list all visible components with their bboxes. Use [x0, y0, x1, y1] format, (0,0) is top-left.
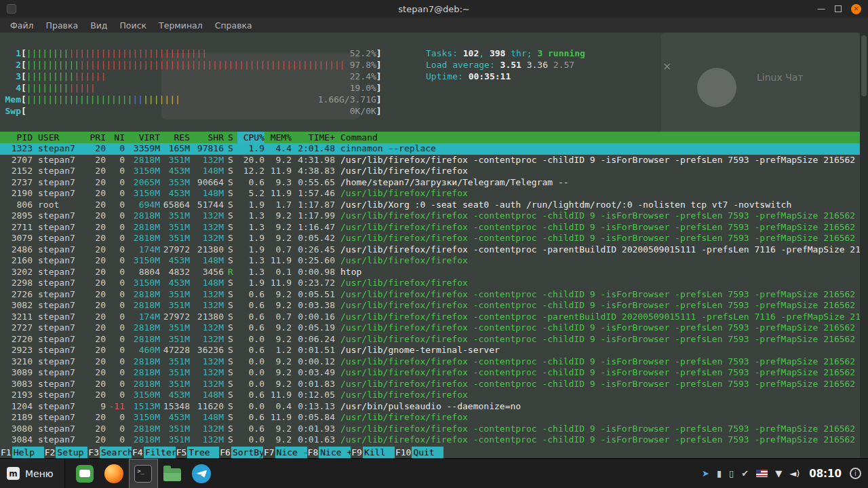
- htop-summary-line: Load average: 3.51 3.36 2.57: [426, 59, 585, 71]
- process-row-3079[interactable]: 3079stepan72002818M351M132MS1.99.20:05.4…: [0, 233, 860, 244]
- column-header-cpu[interactable]: CPU%: [237, 132, 264, 143]
- fkey-help[interactable]: F1Help: [0, 447, 44, 458]
- column-header-shr[interactable]: SHR: [190, 132, 224, 143]
- process-row-2707[interactable]: 2707stepan72002818M351M132MS20.09.24:31.…: [0, 155, 860, 166]
- process-row-3089[interactable]: 3089stepan72002818M351M132MS0.09.20:03.4…: [0, 367, 860, 379]
- files-launcher[interactable]: [158, 459, 187, 488]
- process-row-3080[interactable]: 3080stepan72002818M351M132MS0.69.20:01.9…: [0, 424, 860, 435]
- process-row-2152[interactable]: 2152stepan72003150M453M148MS12.211.94:38…: [0, 166, 860, 177]
- menubar-item-2[interactable]: Вид: [84, 20, 113, 31]
- fkey-nice[interactable]: F8Nice +: [307, 447, 351, 458]
- process-row-2711[interactable]: 2711stepan72002818M351M132MS1.39.21:16.4…: [0, 222, 860, 233]
- column-header-s[interactable]: S: [224, 132, 237, 143]
- network-icon[interactable]: ▼: [775, 469, 782, 478]
- htop-summary-line: Uptime: 00:35:11: [426, 71, 585, 82]
- column-header-user[interactable]: USER: [33, 132, 84, 143]
- process-row-2727[interactable]: 2727stepan72002818M351M132MS0.69.20:05.1…: [0, 322, 860, 334]
- fkey-filter[interactable]: F4Filter: [132, 447, 176, 458]
- process-row-3083[interactable]: 3083stepan72002818M351M132MS0.09.20:01.8…: [0, 379, 860, 390]
- chat-launcher[interactable]: [71, 459, 100, 488]
- process-row-3082[interactable]: 3082stepan72002818M351M132MS0.69.20:03.3…: [0, 300, 860, 312]
- column-header-res[interactable]: RES: [160, 132, 190, 143]
- menu-button[interactable]: Меню: [0, 459, 65, 488]
- notifications-icon[interactable]: i: [850, 468, 861, 479]
- meter-track: 0K/0K: [26, 105, 376, 117]
- process-row-1323[interactable]: 1323stepan72003359M165M97816S1.94.42:01.…: [0, 143, 860, 155]
- process-row-2189[interactable]: 2189stepan72003150M453M148MS0.611.90:05.…: [0, 412, 860, 424]
- keyboard-layout-flag[interactable]: [756, 470, 768, 477]
- menubar-item-5[interactable]: Справка: [209, 20, 258, 31]
- meter-bars: |||||||||||||||||||||||||||||: [26, 94, 180, 105]
- column-header-pri[interactable]: PRI: [84, 132, 106, 143]
- process-row-3210[interactable]: 3210stepan72002818M351M132MS0.09.20:00.1…: [0, 356, 860, 368]
- fkey-setup[interactable]: F2Setup: [44, 447, 88, 458]
- battery-icon[interactable]: ▮: [717, 469, 722, 478]
- window-controls: — ✕: [817, 0, 861, 18]
- scrollbar-thumb[interactable]: [861, 35, 867, 96]
- usb-icon[interactable]: ▯: [729, 469, 734, 478]
- terminal-launcher[interactable]: [129, 459, 158, 488]
- shield-check-icon[interactable]: ✔: [741, 469, 749, 478]
- meter-label: 1: [3, 48, 21, 59]
- meter-track: |||||||||||||||22.4%: [26, 71, 376, 82]
- process-row-2923[interactable]: 2923stepan7200460M4722836236S0.61.20:01.…: [0, 345, 860, 356]
- ghost-chat-title: Linux Чат: [757, 72, 804, 83]
- htop-meters: 1[||||||||||||||||||||||||||||||||||52.2…: [3, 48, 382, 117]
- window-title: stepan7@deb:~: [398, 4, 469, 14]
- fkey-tree[interactable]: F5Tree: [176, 447, 220, 458]
- telegram-launcher[interactable]: [187, 459, 216, 488]
- process-row-2737[interactable]: 2737stepan72002065M353M90664S0.69.30:55.…: [0, 177, 860, 189]
- process-row-2720[interactable]: 2720stepan72002818M351M132MS0.09.20:06.2…: [0, 334, 860, 345]
- taskbar-clock[interactable]: 08:10: [804, 468, 847, 480]
- close-button[interactable]: ✕: [851, 4, 861, 14]
- system-tray: ➤▮▯✔▼◄): [698, 469, 804, 478]
- function-key-bar: F1HelpF2SetupF3SearchF4FilterF5TreeF6Sor…: [0, 447, 860, 458]
- telegram-tray-icon[interactable]: ➤: [702, 469, 709, 478]
- process-row-2298[interactable]: 2298stepan72003150M453M148MS1.911.90:23.…: [0, 278, 860, 289]
- process-row-3211[interactable]: 3211stepan7200174M2797221380S0.60.70:00.…: [0, 312, 860, 323]
- process-row-2190[interactable]: 2190stepan72003150M453M148MS5.211.91:57.…: [0, 188, 860, 200]
- volume-icon[interactable]: ◄): [789, 469, 800, 478]
- minimize-button[interactable]: —: [817, 7, 825, 11]
- meter-label: 2: [3, 59, 21, 71]
- column-header-ni[interactable]: NI: [106, 132, 125, 143]
- process-row-2193[interactable]: 2193stepan72003150M453M148MS0.611.90:12.…: [0, 390, 860, 401]
- process-row-2486[interactable]: 2486stepan7200174M2797221380S1.90.70:26.…: [0, 244, 860, 256]
- fkey-quit[interactable]: F10Quit: [395, 447, 443, 458]
- terminal-scrollbar[interactable]: [860, 33, 868, 458]
- maximize-button[interactable]: [835, 5, 842, 12]
- meter-label: Mem: [3, 94, 21, 105]
- launcher-area: [71, 459, 216, 488]
- column-header-virt[interactable]: VIRT: [125, 132, 160, 143]
- process-table-body: 1323stepan72003359M165M97816S1.94.42:01.…: [0, 143, 860, 446]
- meter-bars: ||||||||||||||||||||||||||||||||||||||||…: [26, 59, 345, 71]
- meter-value: 52.2%: [350, 48, 376, 59]
- ghost-close-icon: ×: [663, 60, 671, 73]
- process-row-3202[interactable]: 3202stepan7200880448323456R1.30.10:00.98…: [0, 267, 860, 278]
- meter-label: 4: [3, 82, 21, 94]
- process-row-2726[interactable]: 2726stepan72002818M351M132MS0.69.20:05.5…: [0, 289, 860, 301]
- menubar-item-1[interactable]: Правка: [40, 20, 85, 31]
- fkey-kill[interactable]: F9Kill: [351, 447, 395, 458]
- column-header-command[interactable]: Command: [335, 132, 860, 143]
- menubar-item-0[interactable]: Файл: [4, 20, 40, 31]
- cpu-meter-2: 2[||||||||||||||||||||||||||||||||||||||…: [3, 59, 382, 71]
- fkey-sortby[interactable]: F6SortBy: [219, 447, 263, 458]
- fkey-search[interactable]: F3Search: [87, 447, 132, 458]
- fkey-nice[interactable]: F7Nice -: [263, 447, 307, 458]
- process-row-806[interactable]: 806root200694M6586451744S1.91.71:17.87/u…: [0, 200, 860, 211]
- meter-value: 22.4%: [350, 71, 376, 82]
- htop-summary: Tasks: 102, 398 thr; 3 runningLoad avera…: [426, 48, 585, 82]
- column-header-time[interactable]: TIME+: [292, 132, 335, 143]
- process-row-2895[interactable]: 2895stepan72002818M351M132MS1.39.21:17.9…: [0, 210, 860, 222]
- column-header-mem[interactable]: MEM%: [264, 132, 292, 143]
- process-row-1204[interactable]: 1204stepan79-111513M1534811620S0.00.40:1…: [0, 401, 860, 413]
- menubar-item-4[interactable]: Терминал: [153, 20, 209, 31]
- menubar-item-3[interactable]: Поиск: [113, 20, 153, 31]
- firefox-launcher[interactable]: [100, 459, 129, 488]
- memory-meter: Mem[|||||||||||||||||||||||||||||1.66G/3…: [3, 94, 382, 105]
- meter-value: 97.8%: [350, 59, 376, 71]
- column-header-pid[interactable]: PID: [0, 132, 33, 143]
- process-row-3084[interactable]: 3084stepan72002818M351M132MS0.09.20:01.6…: [0, 434, 860, 446]
- process-row-2160[interactable]: 2160stepan72003150M453M148MS1.311.90:25.…: [0, 255, 860, 267]
